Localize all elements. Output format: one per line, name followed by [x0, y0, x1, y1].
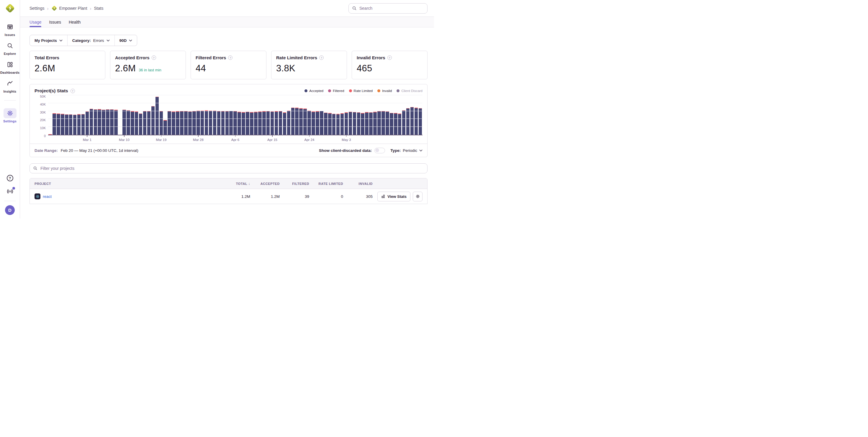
bar[interactable] — [254, 112, 257, 135]
bar[interactable] — [336, 114, 340, 135]
category-selector[interactable]: Category: Errors — [67, 35, 115, 46]
bar[interactable] — [238, 112, 241, 135]
project-selector[interactable]: My Projects — [30, 35, 67, 46]
bar[interactable] — [307, 110, 311, 135]
bar[interactable] — [225, 111, 229, 135]
bar[interactable] — [262, 111, 266, 135]
bar[interactable] — [258, 111, 262, 135]
bar[interactable] — [373, 112, 377, 135]
bar[interactable] — [82, 114, 85, 135]
bar[interactable] — [345, 112, 348, 135]
bar[interactable] — [275, 111, 278, 135]
column-header-invalid[interactable]: INVALID — [343, 182, 373, 186]
bar[interactable] — [69, 114, 72, 135]
bar[interactable] — [246, 112, 249, 135]
bar[interactable] — [283, 112, 286, 135]
bar[interactable] — [328, 113, 332, 135]
bar[interactable] — [151, 106, 155, 135]
bar[interactable] — [209, 110, 212, 135]
bar[interactable] — [94, 109, 97, 135]
bar[interactable] — [394, 113, 397, 135]
bar[interactable] — [131, 111, 134, 135]
tab-issues[interactable]: Issues — [49, 17, 61, 27]
bar[interactable] — [398, 113, 402, 135]
bar[interactable] — [267, 111, 270, 135]
bar[interactable] — [295, 108, 299, 135]
bar[interactable] — [377, 111, 381, 135]
bar[interactable] — [229, 111, 233, 135]
client-discard-toggle[interactable] — [374, 148, 385, 153]
search-input[interactable] — [348, 3, 428, 13]
legend-item-rate-limited[interactable]: Rate Limited — [349, 89, 373, 93]
bar[interactable] — [357, 112, 361, 135]
legend-item-invalid[interactable]: Invalid — [377, 89, 392, 93]
bar[interactable] — [102, 110, 105, 135]
bar[interactable] — [385, 111, 389, 135]
help-icon[interactable]: ? — [7, 175, 13, 181]
view-stats-button[interactable]: View Stats — [377, 192, 410, 201]
help-hint-icon[interactable]: ? — [152, 56, 156, 60]
bar[interactable] — [365, 112, 369, 135]
bar[interactable] — [213, 110, 217, 135]
column-header-project[interactable]: PROJECT — [30, 182, 221, 186]
bar[interactable] — [406, 108, 410, 135]
bar[interactable] — [369, 112, 373, 135]
bar[interactable] — [160, 111, 163, 135]
help-hint-icon[interactable]: ? — [228, 56, 232, 60]
bar[interactable] — [180, 111, 184, 135]
bar[interactable] — [291, 108, 295, 135]
sidebar-item-dashboards[interactable]: Dashboards — [0, 60, 20, 74]
breadcrumb-settings[interactable]: Settings — [30, 6, 44, 11]
date-period-selector[interactable]: 90D — [115, 35, 137, 46]
sidebar-item-settings[interactable]: Settings — [0, 108, 20, 123]
bar[interactable] — [98, 109, 101, 135]
bar[interactable] — [279, 111, 282, 135]
legend-item-client-discard[interactable]: Client Discard — [397, 89, 423, 93]
bar[interactable] — [217, 111, 221, 135]
bar[interactable] — [110, 109, 114, 135]
bar[interactable] — [49, 134, 52, 135]
help-hint-icon[interactable]: ? — [319, 56, 324, 60]
bar[interactable] — [340, 113, 344, 135]
bar[interactable] — [303, 108, 307, 135]
bar[interactable] — [418, 108, 422, 135]
bar[interactable] — [167, 111, 171, 135]
bar[interactable] — [73, 115, 77, 135]
bar[interactable] — [139, 113, 143, 135]
bar[interactable] — [320, 111, 323, 135]
bar[interactable] — [196, 110, 200, 135]
bar[interactable] — [127, 110, 130, 135]
bar[interactable] — [250, 112, 253, 135]
bar[interactable] — [135, 111, 138, 135]
project-settings-button[interactable] — [413, 192, 423, 201]
bar[interactable] — [114, 110, 118, 135]
bar[interactable] — [205, 110, 208, 135]
bar[interactable] — [61, 114, 64, 135]
tab-health[interactable]: Health — [69, 17, 81, 27]
bar[interactable] — [410, 107, 414, 135]
org-logo-icon[interactable] — [5, 3, 16, 13]
bar[interactable] — [381, 111, 385, 135]
bar[interactable] — [349, 112, 352, 135]
column-header-total[interactable]: TOTAL↓ — [221, 182, 250, 186]
bar[interactable] — [172, 111, 175, 135]
bar[interactable] — [176, 111, 179, 135]
bar[interactable] — [122, 110, 126, 135]
bar[interactable] — [155, 97, 159, 135]
tab-usage[interactable]: Usage — [30, 17, 41, 27]
sidebar-item-insights[interactable]: Insights — [0, 78, 20, 93]
bar[interactable] — [353, 112, 356, 135]
bar[interactable] — [143, 111, 147, 135]
bar[interactable] — [414, 108, 418, 135]
column-header-accepted[interactable]: ACCEPTED — [250, 182, 280, 186]
bar[interactable] — [188, 111, 192, 135]
whats-new-button[interactable] — [6, 188, 13, 196]
bar[interactable] — [361, 113, 364, 135]
bar[interactable] — [234, 111, 237, 135]
bar[interactable] — [77, 114, 81, 135]
bar[interactable] — [324, 113, 328, 135]
bar[interactable] — [200, 110, 204, 135]
bar[interactable] — [147, 111, 151, 135]
help-hint-icon[interactable]: ? — [388, 56, 392, 60]
bar[interactable] — [184, 111, 188, 135]
